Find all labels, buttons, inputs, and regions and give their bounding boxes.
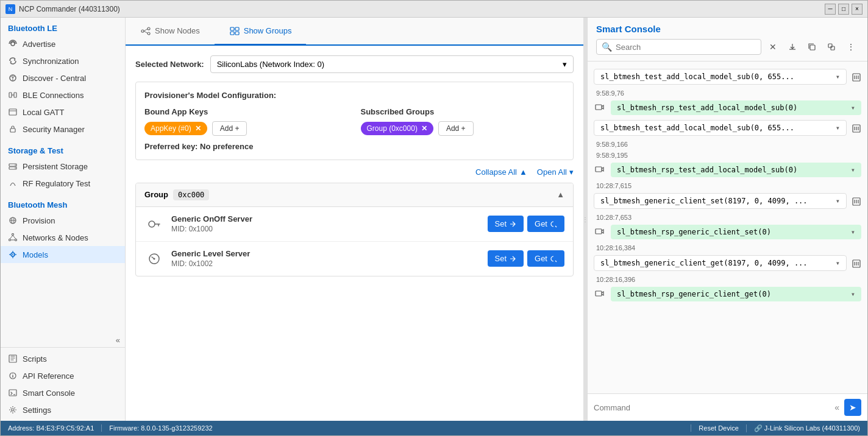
tab-show-nodes[interactable]: Show Nodes — [126, 18, 215, 46]
tab-bar: Show Nodes Show Groups — [126, 18, 583, 46]
response-message-4[interactable]: sl_btmesh_rsp_generic_client_get(0) ▾ — [611, 287, 861, 301]
sidebar-item-networks-nodes[interactable]: Networks & Nodes — [1, 229, 125, 246]
appkey-chip[interactable]: AppKey (#0) ✕ — [144, 122, 207, 135]
response-message-1[interactable]: sl_btmesh_rsp_test_add_local_model_sub(0… — [611, 100, 861, 115]
radio-icon — [8, 39, 18, 49]
timestamp-3: 9:58:9,195 — [588, 149, 867, 160]
tab-show-groups[interactable]: Show Groups — [215, 18, 307, 46]
sidebar-collapse-button[interactable]: « — [1, 333, 125, 347]
reset-device-button[interactable]: Reset Device — [691, 424, 745, 432]
console-more-button[interactable]: ⋮ — [843, 39, 859, 55]
console-search-box[interactable]: 🔍 — [596, 39, 761, 55]
sidebar-item-security-manager[interactable]: Security Manager — [1, 121, 125, 138]
storage-icon — [8, 161, 18, 171]
svg-rect-6 — [9, 109, 16, 115]
sidebar-item-settings[interactable]: Settings — [1, 401, 125, 418]
model-config-title: Provisioner's Model Configuration: — [144, 91, 564, 100]
console-copy2-button[interactable] — [824, 39, 839, 55]
console-clear-button[interactable]: ✕ — [765, 39, 781, 55]
set-button-generic-onoff[interactable]: Set — [488, 216, 524, 232]
command-message-4[interactable]: sl_btmesh_generic_client_get(8197, 0, 40… — [594, 255, 847, 271]
set-button-generic-level[interactable]: Set — [488, 250, 524, 267]
add-group-button[interactable]: Add + — [438, 121, 474, 136]
sidebar-label-smart-console: Smart Console — [23, 389, 75, 398]
sidebar-item-local-gatt[interactable]: Local GATT — [1, 104, 125, 121]
network-select-value: SiliconLabs (Network Index: 0) — [217, 60, 324, 69]
console-export-button[interactable] — [784, 39, 800, 55]
console-copy-button[interactable] — [804, 39, 820, 55]
maximize-button[interactable]: □ — [838, 4, 849, 15]
sidebar-item-rf-regulatory[interactable]: RF Regulatory Test — [1, 175, 125, 192]
scripts-icon — [8, 354, 18, 364]
get-button-generic-level[interactable]: Get — [527, 250, 564, 267]
sidebar-item-ble-connections[interactable]: BLE Connections — [1, 86, 125, 104]
sidebar-item-persistent-storage[interactable]: Persistent Storage — [1, 158, 125, 175]
connections-icon — [8, 90, 18, 100]
console-title: Smart Console — [596, 24, 859, 34]
open-all-label: Open All — [537, 167, 567, 177]
model-name-generic-onoff: Generic OnOff Server — [171, 214, 488, 223]
collapse-all-button[interactable]: Collapse All ▲ — [475, 167, 527, 177]
app-icon: N — [5, 4, 15, 14]
svg-point-23 — [12, 254, 13, 255]
svg-point-12 — [15, 167, 16, 169]
group-chip-label: Group (0xc000) — [367, 124, 418, 133]
command-input[interactable] — [594, 403, 830, 412]
appkey-chip-remove[interactable]: ✕ — [195, 124, 201, 133]
close-button[interactable]: × — [852, 4, 863, 15]
device-icon — [852, 122, 861, 133]
command-message-2[interactable]: sl_btmesh_test_add_local_model_sub(0, 65… — [594, 120, 847, 136]
group-chip[interactable]: Group (0xc000) ✕ — [361, 122, 433, 135]
sidebar-label-persistent-storage: Persistent Storage — [23, 162, 88, 171]
group-collapse-icon[interactable]: ▲ — [557, 190, 564, 199]
center-panel: Show Nodes Show Groups Selected Network:… — [126, 18, 583, 421]
get-button-generic-onoff[interactable]: Get — [527, 216, 564, 232]
sidebar-item-advertise[interactable]: Advertise — [1, 35, 125, 52]
sidebar-label-networks-nodes: Networks & Nodes — [23, 233, 88, 242]
network-icon — [8, 233, 18, 242]
sidebar-label-synchronization: Synchronization — [23, 57, 79, 66]
chevron-up-icon: ▲ — [519, 167, 527, 177]
sidebar-item-synchronization[interactable]: Synchronization — [1, 52, 125, 69]
network-select[interactable]: SiliconLabs (Network Index: 0) ▾ — [210, 55, 574, 73]
minimize-button[interactable]: ─ — [825, 4, 836, 15]
svg-rect-48 — [828, 44, 832, 47]
command-send-button[interactable]: ➤ — [844, 399, 861, 416]
sidebar-item-api-reference[interactable]: API Reference — [1, 367, 125, 384]
console-toolbar: 🔍 ✕ ⋮ — [596, 39, 859, 55]
device-icon — [852, 258, 861, 268]
list-item: sl_btmesh_rsp_test_add_local_model_sub(0… — [588, 160, 867, 180]
svg-rect-59 — [596, 167, 602, 172]
sidebar-item-provision[interactable]: Provision — [1, 212, 125, 229]
console-search-input[interactable] — [616, 43, 756, 52]
console-icon — [8, 388, 18, 398]
command-message-3[interactable]: sl_btmesh_generic_client_set(8197, 0, 40… — [594, 193, 847, 209]
gear-icon — [8, 405, 18, 415]
response-message-2[interactable]: sl_btmesh_rsp_test_add_local_model_sub(0… — [611, 163, 861, 177]
sidebar-item-discover-central[interactable]: Discover - Central — [1, 69, 125, 86]
svg-rect-4 — [14, 93, 16, 97]
response-icon-3 — [594, 226, 606, 238]
group-chip-remove[interactable]: ✕ — [421, 124, 427, 133]
sidebar-item-smart-console[interactable]: Smart Console — [1, 384, 125, 401]
chevron-down-icon: ▾ — [836, 259, 840, 267]
command-text-1: sl_btmesh_test_add_local_model_sub(0, 65… — [600, 72, 836, 81]
response-message-3[interactable]: sl_btmesh_rsp_generic_client_set(0) ▾ — [611, 225, 861, 239]
sidebar-item-models[interactable]: Models — [1, 246, 125, 263]
command-message-1[interactable]: sl_btmesh_test_add_local_model_sub(0, 65… — [594, 69, 847, 85]
list-item: sl_btmesh_generic_client_get(8197, 0, 40… — [588, 253, 867, 273]
sidebar-item-scripts[interactable]: Scripts — [1, 350, 125, 367]
svg-point-0 — [11, 42, 15, 46]
open-all-button[interactable]: Open All ▾ — [537, 167, 574, 177]
add-appkey-button[interactable]: Add + — [212, 121, 247, 136]
link-icon: 🔗 — [754, 424, 764, 432]
tab-show-groups-label: Show Groups — [244, 26, 292, 35]
chevron-down-icon: ▾ — [851, 290, 855, 298]
group-value: 0xc000 — [173, 189, 209, 200]
svg-point-44 — [149, 221, 155, 227]
group-section: Group 0xc000 ▲ Generic OnOff Server MID:… — [135, 183, 574, 276]
command-back-button[interactable]: « — [834, 403, 839, 412]
set-label-generic-level: Set — [495, 254, 507, 263]
response-icon-4 — [594, 288, 606, 300]
svg-rect-40 — [230, 27, 234, 30]
